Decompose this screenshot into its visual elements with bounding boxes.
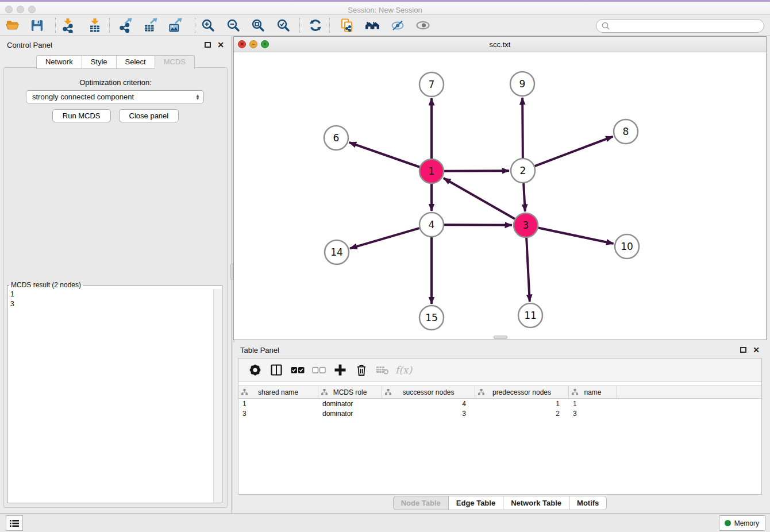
attribute-icon: [241, 389, 248, 395]
tab-select[interactable]: Select: [116, 55, 155, 69]
open-folder-icon[interactable]: [2, 16, 23, 34]
network-import-icon[interactable]: [57, 16, 78, 34]
cell-shared-name[interactable]: 1: [238, 400, 318, 408]
attribute-icon: [572, 389, 578, 395]
eye-slash-icon[interactable]: [387, 16, 408, 34]
column-header-shared-name[interactable]: shared name: [238, 386, 318, 398]
column-header-name[interactable]: name: [569, 386, 617, 398]
node-label-11: 11: [524, 310, 537, 321]
image-export-icon[interactable]: [165, 16, 186, 34]
memory-status-icon: [725, 520, 731, 526]
gear-icon[interactable]: [244, 360, 265, 380]
tab-motifs[interactable]: Motifs: [569, 496, 607, 510]
edge-4-14[interactable]: [350, 228, 419, 248]
network-maximize-button[interactable]: +: [261, 40, 269, 48]
network-window-title: scc.txt: [234, 40, 766, 49]
deselect-all-icon[interactable]: [308, 360, 329, 380]
table-panel-title: Table Panel: [240, 346, 279, 354]
attribute-icon: [385, 389, 391, 395]
close-panel-icon[interactable]: ✕: [217, 41, 224, 49]
toolbar-separator: [55, 18, 56, 33]
chevron-up-down-icon: ▲▼: [195, 94, 200, 100]
task-history-button[interactable]: [6, 515, 23, 531]
table-toolbar: f(x): [238, 358, 761, 382]
edge-2-3[interactable]: [523, 183, 525, 211]
delete-table-icon: [372, 360, 393, 380]
add-column-icon[interactable]: [329, 360, 351, 380]
network-minimize-button[interactable]: −: [249, 40, 257, 48]
copy-network-icon[interactable]: [337, 16, 357, 34]
node-table: shared nameMCDS rolesuccessor nodesprede…: [238, 385, 761, 418]
close-table-panel-icon[interactable]: ✕: [753, 346, 760, 354]
attribute-icon: [478, 389, 484, 395]
node-label-10: 10: [621, 241, 633, 252]
window-titlebar: Session: New Session: [0, 0, 770, 15]
edge-3-1[interactable]: [444, 178, 515, 219]
float-panel-icon[interactable]: [205, 42, 211, 48]
criterion-select[interactable]: strongly connected component ▲▼: [26, 90, 204, 103]
table-row[interactable]: 3dominator323: [238, 408, 761, 418]
node-label-3: 3: [523, 219, 529, 231]
tab-style[interactable]: Style: [82, 55, 116, 69]
search-box[interactable]: [596, 19, 764, 33]
edge-2-8[interactable]: [535, 137, 613, 167]
network-window-titlebar[interactable]: scc.txt ✕ − +: [234, 37, 766, 52]
split-panel-icon[interactable]: [265, 360, 287, 380]
table-panel: Table Panel ✕: [233, 342, 767, 513]
cell-successor-nodes[interactable]: 3: [382, 410, 475, 418]
zoom-in-icon[interactable]: [198, 16, 218, 34]
control-panel-title: Control Panel: [7, 41, 52, 49]
save-icon[interactable]: [26, 16, 47, 34]
network-graph: 7968124314101511: [234, 52, 766, 340]
float-table-panel-icon[interactable]: [740, 347, 746, 353]
cell-successor-nodes[interactable]: 4: [382, 400, 475, 408]
function-builder-icon: f(x): [393, 360, 414, 380]
mcds-result-text: 1 3: [7, 289, 213, 503]
table-import-icon[interactable]: [84, 16, 105, 34]
cell-MCDS-role[interactable]: dominator: [318, 410, 382, 418]
select-all-icon[interactable]: [287, 360, 308, 380]
tab-edge-table[interactable]: Edge Table: [448, 496, 503, 510]
column-header-successor-nodes[interactable]: successor nodes: [382, 386, 475, 398]
home-icon[interactable]: [362, 16, 383, 34]
close-panel-button[interactable]: Close panel: [119, 109, 179, 122]
tab-node-table[interactable]: Node Table: [393, 496, 448, 510]
column-header-MCDS-role[interactable]: MCDS role: [318, 386, 382, 398]
cell-name[interactable]: 1: [569, 400, 617, 408]
cell-shared-name[interactable]: 3: [238, 410, 318, 418]
edge-4-3[interactable]: [444, 225, 512, 225]
memory-button[interactable]: Memory: [719, 515, 765, 531]
cell-name[interactable]: 3: [569, 410, 617, 418]
edge-1-2[interactable]: [444, 171, 509, 171]
run-mcds-button[interactable]: Run MCDS: [52, 109, 111, 122]
column-header-predecessor-nodes[interactable]: predecessor nodes: [475, 386, 569, 398]
zoom-out-icon[interactable]: [223, 16, 244, 34]
network-canvas[interactable]: 7968124314101511: [234, 52, 766, 340]
node-label-6: 6: [333, 132, 340, 144]
result-scrollbar[interactable]: [213, 289, 222, 503]
network-export-icon[interactable]: [115, 16, 136, 34]
zoom-selected-icon[interactable]: [273, 16, 294, 34]
network-close-button[interactable]: ✕: [238, 40, 246, 48]
refresh-icon[interactable]: [305, 16, 326, 34]
table-export-icon[interactable]: [140, 16, 161, 34]
tab-mcds[interactable]: MCDS: [155, 55, 195, 69]
node-label-15: 15: [425, 312, 438, 323]
optimization-label: Optimization criterion:: [4, 78, 227, 87]
network-resize-grip[interactable]: [494, 336, 507, 339]
trash-icon[interactable]: [351, 360, 372, 380]
cell-predecessor-nodes[interactable]: 1: [475, 400, 569, 408]
search-input[interactable]: [610, 21, 759, 31]
table-panel-tabs: Node TableEdge TableNetwork TableMotifs: [233, 496, 767, 510]
cell-predecessor-nodes[interactable]: 2: [475, 410, 569, 418]
edge-3-10[interactable]: [538, 228, 614, 244]
table-row[interactable]: 1dominator411: [238, 399, 761, 408]
tab-network[interactable]: Network: [36, 55, 82, 69]
zoom-fit-icon[interactable]: [248, 16, 268, 34]
edge-2-9[interactable]: [522, 98, 523, 158]
edge-1-6[interactable]: [349, 142, 420, 167]
memory-label: Memory: [734, 519, 759, 527]
edge-3-11[interactable]: [526, 238, 530, 302]
cell-MCDS-role[interactable]: dominator: [318, 400, 382, 408]
tab-network-table[interactable]: Network Table: [503, 496, 569, 510]
